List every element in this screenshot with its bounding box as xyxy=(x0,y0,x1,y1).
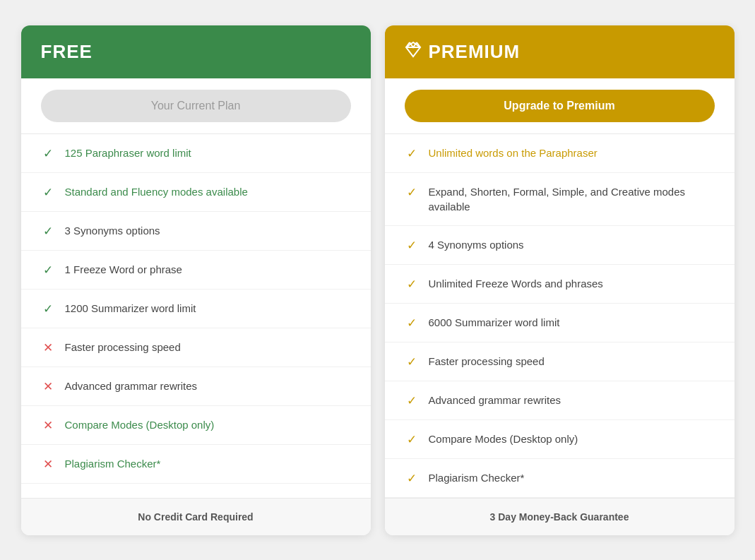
check-icon: ✓ xyxy=(41,185,55,200)
cross-icon: ✕ xyxy=(41,340,55,355)
check-icon: ✓ xyxy=(41,302,55,316)
feature-text: 6000 Summarizer word limit xyxy=(429,315,560,330)
check-icon: ✓ xyxy=(405,355,419,369)
check-icon: ✓ xyxy=(405,316,419,330)
feature-text: Plagiarism Checker* xyxy=(429,470,525,485)
feature-text: Compare Modes (Desktop only) xyxy=(65,417,215,432)
premium-feature-4: ✓ Unlimited Freeze Words and phrases xyxy=(385,265,735,304)
feature-text: Unlimited words on the Paraphraser xyxy=(429,145,598,160)
current-plan-button: Your Current Plan xyxy=(41,90,351,122)
free-plan-title: FREE xyxy=(41,41,93,63)
feature-text: Plagiarism Checker* xyxy=(65,456,161,471)
free-feature-5: ✓ 1200 Summarizer word limit xyxy=(21,290,371,328)
feature-text: 3 Synonyms options xyxy=(65,223,160,238)
feature-text: Faster processing speed xyxy=(65,340,181,355)
feature-text: Faster processing speed xyxy=(429,354,545,369)
premium-feature-8: ✓ Compare Modes (Desktop only) xyxy=(385,420,735,459)
free-feature-6: ✕ Faster processing speed xyxy=(21,328,371,367)
check-icon: ✓ xyxy=(405,238,419,253)
cross-icon: ✕ xyxy=(41,418,55,433)
feature-text: Unlimited Freeze Words and phrases xyxy=(429,276,603,291)
cross-icon: ✕ xyxy=(41,379,55,394)
feature-text: Expand, Shorten, Formal, Simple, and Cre… xyxy=(429,184,715,214)
check-icon: ✓ xyxy=(405,185,419,200)
check-icon: ✓ xyxy=(41,224,55,239)
feature-text: Compare Modes (Desktop only) xyxy=(429,431,578,446)
premium-feature-5: ✓ 6000 Summarizer word limit xyxy=(385,304,735,342)
check-icon: ✓ xyxy=(41,263,55,278)
cross-icon: ✕ xyxy=(41,457,55,472)
premium-features-list: ✓ Unlimited words on the Paraphraser ✓ E… xyxy=(385,134,735,498)
upgrade-button[interactable]: Upgrade to Premium xyxy=(405,90,715,122)
pricing-container: FREE Your Current Plan ✓ 125 Paraphraser… xyxy=(14,25,741,535)
premium-feature-9: ✓ Plagiarism Checker* xyxy=(385,459,735,498)
free-feature-8: ✕ Compare Modes (Desktop only) xyxy=(21,406,371,445)
feature-text: Advanced grammar rewrites xyxy=(429,393,561,407)
premium-plan-action: Upgrade to Premium xyxy=(385,78,735,134)
feature-text: 1200 Summarizer word limit xyxy=(65,301,196,316)
free-plan-header: FREE xyxy=(21,25,371,78)
premium-plan-card: PREMIUM Upgrade to Premium ✓ Unlimited w… xyxy=(385,25,735,535)
check-icon: ✓ xyxy=(41,146,55,161)
feature-text: 125 Paraphraser word limit xyxy=(65,145,191,160)
free-feature-3: ✓ 3 Synonyms options xyxy=(21,212,371,251)
check-icon: ✓ xyxy=(405,471,419,486)
feature-text: 1 Freeze Word or phrase xyxy=(65,262,182,277)
free-plan-card: FREE Your Current Plan ✓ 125 Paraphraser… xyxy=(21,25,371,535)
free-feature-9: ✕ Plagiarism Checker* xyxy=(21,445,371,484)
premium-feature-7: ✓ Advanced grammar rewrites xyxy=(385,381,735,420)
premium-feature-1: ✓ Unlimited words on the Paraphraser xyxy=(385,134,735,173)
check-icon: ✓ xyxy=(405,432,419,447)
feature-text: 4 Synonyms options xyxy=(429,237,524,252)
free-feature-7: ✕ Advanced grammar rewrites xyxy=(21,367,371,406)
feature-text: Standard and Fluency modes available xyxy=(65,184,248,199)
free-plan-footer: No Credit Card Required xyxy=(21,498,371,535)
diamond-icon xyxy=(405,41,422,62)
premium-plan-footer: 3 Day Money-Back Guarantee xyxy=(385,498,735,535)
premium-feature-2: ✓ Expand, Shorten, Formal, Simple, and C… xyxy=(385,173,735,226)
premium-feature-6: ✓ Faster processing speed xyxy=(385,342,735,381)
check-icon: ✓ xyxy=(405,393,419,408)
premium-plan-header: PREMIUM xyxy=(385,25,735,78)
free-features-list: ✓ 125 Paraphraser word limit ✓ Standard … xyxy=(21,134,371,498)
check-icon: ✓ xyxy=(405,277,419,292)
premium-feature-3: ✓ 4 Synonyms options xyxy=(385,226,735,265)
feature-text: Advanced grammar rewrites xyxy=(65,379,198,393)
free-feature-1: ✓ 125 Paraphraser word limit xyxy=(21,134,371,173)
check-icon: ✓ xyxy=(405,146,419,161)
free-feature-4: ✓ 1 Freeze Word or phrase xyxy=(21,251,371,290)
free-feature-2: ✓ Standard and Fluency modes available xyxy=(21,173,371,212)
premium-plan-title: PREMIUM xyxy=(429,41,521,63)
free-plan-action: Your Current Plan xyxy=(21,78,371,134)
